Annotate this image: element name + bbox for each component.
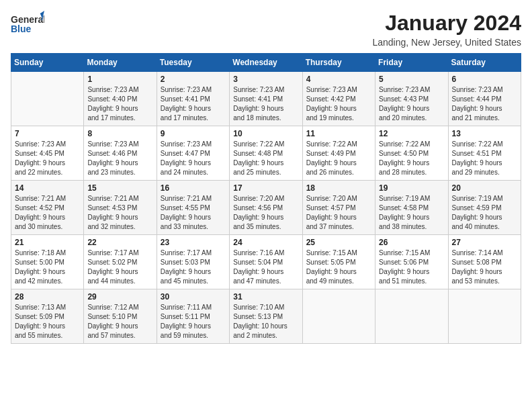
calendar-cell: 29Sunrise: 7:12 AMSunset: 5:10 PMDayligh… [84,289,157,344]
calendar-cell: 7Sunrise: 7:23 AMSunset: 4:45 PMDaylight… [11,126,84,181]
day-number: 14 [15,183,80,193]
day-number: 1 [87,75,152,84]
month-title: January 2024 [372,11,521,36]
calendar-cell: 8Sunrise: 7:23 AMSunset: 4:46 PMDaylight… [84,126,157,181]
day-info: Sunrise: 7:22 AMSunset: 4:51 PMDaylight:… [452,140,517,177]
day-number: 26 [379,238,444,247]
day-info: Sunrise: 7:23 AMSunset: 4:41 PMDaylight:… [161,85,226,123]
day-info: Sunrise: 7:13 AMSunset: 5:09 PMDaylight:… [15,303,80,340]
day-info: Sunrise: 7:23 AMSunset: 4:46 PMDaylight:… [87,140,152,177]
day-number: 28 [15,292,80,302]
day-info: Sunrise: 7:12 AMSunset: 5:10 PMDaylight:… [87,303,152,340]
calendar-cell: 26Sunrise: 7:15 AMSunset: 5:06 PMDayligh… [375,235,448,289]
day-number: 10 [233,129,298,138]
day-number: 12 [379,129,444,138]
day-number: 7 [15,129,80,138]
week-row-5: 28Sunrise: 7:13 AMSunset: 5:09 PMDayligh… [11,289,521,344]
day-number: 4 [306,75,371,84]
calendar-cell: 13Sunrise: 7:22 AMSunset: 4:51 PMDayligh… [448,126,521,181]
day-number: 23 [161,238,226,247]
day-info: Sunrise: 7:21 AMSunset: 4:53 PMDaylight:… [87,194,152,232]
day-info: Sunrise: 7:20 AMSunset: 4:57 PMDaylight:… [306,194,371,232]
calendar-cell: 21Sunrise: 7:18 AMSunset: 5:00 PMDayligh… [11,235,84,289]
day-number: 11 [306,129,371,138]
day-number: 9 [161,129,226,138]
location-subtitle: Landing, New Jersey, United States [372,37,521,48]
day-info: Sunrise: 7:16 AMSunset: 5:04 PMDaylight:… [233,248,298,286]
calendar-cell: 9Sunrise: 7:23 AMSunset: 4:47 PMDaylight… [157,126,229,181]
calendar-cell: 4Sunrise: 7:23 AMSunset: 4:42 PMDaylight… [302,72,375,126]
calendar-header-row: SundayMondayTuesdayWednesdayThursdayFrid… [11,54,521,72]
day-info: Sunrise: 7:23 AMSunset: 4:42 PMDaylight:… [306,85,371,123]
calendar-cell [302,289,375,344]
calendar-cell: 6Sunrise: 7:23 AMSunset: 4:44 PMDaylight… [448,72,521,126]
calendar-cell: 15Sunrise: 7:21 AMSunset: 4:53 PMDayligh… [84,181,157,235]
day-number: 29 [87,292,152,302]
calendar-cell: 16Sunrise: 7:21 AMSunset: 4:55 PMDayligh… [157,181,229,235]
day-info: Sunrise: 7:15 AMSunset: 5:06 PMDaylight:… [379,248,444,286]
day-number: 17 [233,183,298,193]
calendar-cell: 28Sunrise: 7:13 AMSunset: 5:09 PMDayligh… [11,289,84,344]
logo: General Blue [11,11,44,38]
title-area: January 2024 Landing, New Jersey, United… [372,11,521,48]
day-info: Sunrise: 7:23 AMSunset: 4:40 PMDaylight:… [87,85,152,123]
day-info: Sunrise: 7:14 AMSunset: 5:08 PMDaylight:… [452,248,517,286]
calendar-cell: 24Sunrise: 7:16 AMSunset: 5:04 PMDayligh… [230,235,302,289]
calendar-cell: 1Sunrise: 7:23 AMSunset: 4:40 PMDaylight… [84,72,157,126]
calendar-table: SundayMondayTuesdayWednesdayThursdayFrid… [11,53,521,344]
header-wednesday: Wednesday [230,54,302,72]
day-number: 5 [379,75,444,84]
day-number: 24 [233,238,298,247]
week-row-1: 1Sunrise: 7:23 AMSunset: 4:40 PMDaylight… [11,72,521,126]
calendar-cell: 27Sunrise: 7:14 AMSunset: 5:08 PMDayligh… [448,235,521,289]
calendar-cell [375,289,448,344]
calendar-cell: 10Sunrise: 7:22 AMSunset: 4:48 PMDayligh… [230,126,302,181]
day-info: Sunrise: 7:23 AMSunset: 4:45 PMDaylight:… [15,140,80,177]
day-number: 25 [306,238,371,247]
calendar-cell: 31Sunrise: 7:10 AMSunset: 5:13 PMDayligh… [230,289,302,344]
calendar-cell: 5Sunrise: 7:23 AMSunset: 4:43 PMDaylight… [375,72,448,126]
calendar-cell: 17Sunrise: 7:20 AMSunset: 4:56 PMDayligh… [230,181,302,235]
day-number: 6 [452,75,517,84]
day-number: 13 [452,129,517,138]
calendar-cell: 12Sunrise: 7:22 AMSunset: 4:50 PMDayligh… [375,126,448,181]
day-number: 18 [306,183,371,193]
day-info: Sunrise: 7:17 AMSunset: 5:03 PMDaylight:… [161,248,226,286]
page-header: General Blue January 2024 Landing, New J… [11,11,521,48]
day-number: 2 [161,75,226,84]
header-sunday: Sunday [11,54,84,72]
day-number: 20 [452,183,517,193]
day-info: Sunrise: 7:10 AMSunset: 5:13 PMDaylight:… [233,303,298,340]
day-info: Sunrise: 7:21 AMSunset: 4:55 PMDaylight:… [161,194,226,232]
calendar-cell: 2Sunrise: 7:23 AMSunset: 4:41 PMDaylight… [157,72,229,126]
week-row-4: 21Sunrise: 7:18 AMSunset: 5:00 PMDayligh… [11,235,521,289]
week-row-2: 7Sunrise: 7:23 AMSunset: 4:45 PMDaylight… [11,126,521,181]
calendar-cell: 14Sunrise: 7:21 AMSunset: 4:52 PMDayligh… [11,181,84,235]
calendar-cell: 19Sunrise: 7:19 AMSunset: 4:58 PMDayligh… [375,181,448,235]
day-info: Sunrise: 7:19 AMSunset: 4:58 PMDaylight:… [379,194,444,232]
day-info: Sunrise: 7:22 AMSunset: 4:50 PMDaylight:… [379,140,444,177]
calendar-cell: 30Sunrise: 7:11 AMSunset: 5:11 PMDayligh… [157,289,229,344]
day-info: Sunrise: 7:19 AMSunset: 4:59 PMDaylight:… [452,194,517,232]
svg-text:Blue: Blue [11,24,32,34]
day-number: 8 [87,129,152,138]
calendar-cell: 23Sunrise: 7:17 AMSunset: 5:03 PMDayligh… [157,235,229,289]
day-info: Sunrise: 7:23 AMSunset: 4:44 PMDaylight:… [452,85,517,123]
calendar-cell: 18Sunrise: 7:20 AMSunset: 4:57 PMDayligh… [302,181,375,235]
day-info: Sunrise: 7:18 AMSunset: 5:00 PMDaylight:… [15,248,80,286]
calendar-cell: 20Sunrise: 7:19 AMSunset: 4:59 PMDayligh… [448,181,521,235]
day-number: 19 [379,183,444,193]
day-info: Sunrise: 7:20 AMSunset: 4:56 PMDaylight:… [233,194,298,232]
day-info: Sunrise: 7:17 AMSunset: 5:02 PMDaylight:… [87,248,152,286]
week-row-3: 14Sunrise: 7:21 AMSunset: 4:52 PMDayligh… [11,181,521,235]
day-number: 30 [161,292,226,302]
day-info: Sunrise: 7:11 AMSunset: 5:11 PMDaylight:… [161,303,226,340]
day-info: Sunrise: 7:23 AMSunset: 4:41 PMDaylight:… [233,85,298,123]
day-number: 3 [233,75,298,84]
day-info: Sunrise: 7:22 AMSunset: 4:48 PMDaylight:… [233,140,298,177]
day-number: 31 [233,292,298,302]
day-info: Sunrise: 7:22 AMSunset: 4:49 PMDaylight:… [306,140,371,177]
calendar-cell [11,72,84,126]
day-number: 16 [161,183,226,193]
header-tuesday: Tuesday [157,54,229,72]
